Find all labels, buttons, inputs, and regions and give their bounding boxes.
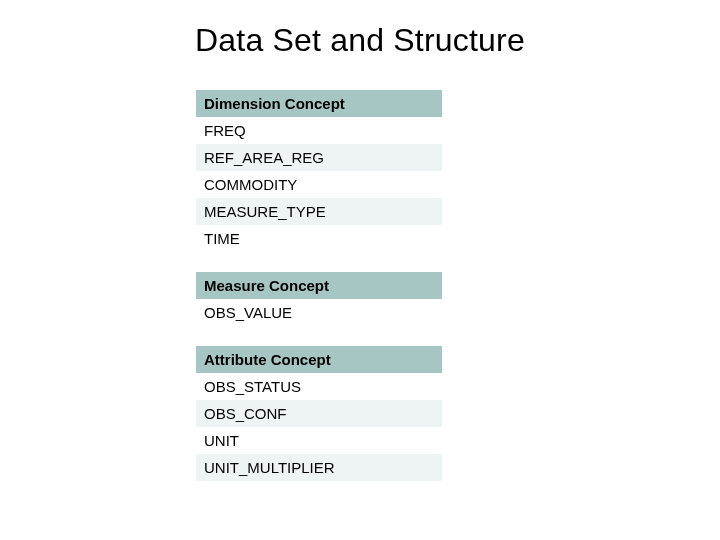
table-row: MEASURE_TYPE — [196, 198, 442, 225]
dimension-header: Dimension Concept — [196, 90, 442, 117]
table-row: REF_AREA_REG — [196, 144, 442, 171]
table-row: FREQ — [196, 117, 442, 144]
page-title: Data Set and Structure — [0, 22, 720, 59]
measure-header: Measure Concept — [196, 272, 442, 299]
tables-container: Dimension Concept FREQ REF_AREA_REG COMM… — [196, 90, 442, 501]
measure-table: Measure Concept OBS_VALUE — [196, 272, 442, 326]
table-row: OBS_VALUE — [196, 299, 442, 326]
table-row: TIME — [196, 225, 442, 252]
attribute-header: Attribute Concept — [196, 346, 442, 373]
slide: Data Set and Structure Dimension Concept… — [0, 0, 720, 540]
attribute-table: Attribute Concept OBS_STATUS OBS_CONF UN… — [196, 346, 442, 481]
table-row: OBS_CONF — [196, 400, 442, 427]
table-row: COMMODITY — [196, 171, 442, 198]
table-row: UNIT_MULTIPLIER — [196, 454, 442, 481]
dimension-table: Dimension Concept FREQ REF_AREA_REG COMM… — [196, 90, 442, 252]
table-row: OBS_STATUS — [196, 373, 442, 400]
table-row: UNIT — [196, 427, 442, 454]
